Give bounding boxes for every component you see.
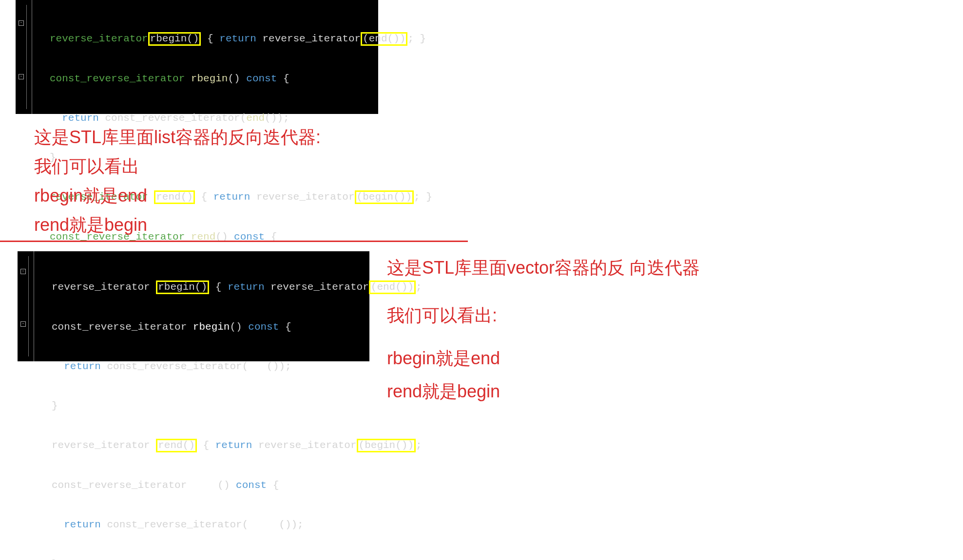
code-line: reverse_iterator rend() { return reverse… <box>37 439 422 452</box>
highlight-begin: (begin()) <box>355 190 414 204</box>
highlight-rbegin: rbegin() <box>148 32 201 46</box>
code-line: reverse_iterator rbegin() { return rever… <box>37 280 422 294</box>
annotation-line: 我们可以看出: <box>387 299 700 332</box>
annotation-line: 这是STL库里面vector容器的反 向迭代器 <box>387 251 700 284</box>
editor-gutter: - - <box>18 251 34 361</box>
editor-gutter: - - <box>16 0 32 114</box>
annotation-line <box>387 284 700 299</box>
code-line: return const_reverse_iterator(end()); <box>37 360 422 373</box>
code-line: reverse_iteratorrbegin() { return revers… <box>35 32 432 46</box>
code-line: return const_reverse_iterator(begin()); <box>37 518 422 531</box>
highlight-end: (end()) <box>361 32 407 46</box>
annotation-line: 我们可以看出 <box>34 152 321 181</box>
code-line: const_reverse_iterator rbegin() const { <box>35 72 432 85</box>
fold-minus-icon[interactable]: - <box>20 321 26 327</box>
annotation-line: rbegin就是end <box>387 342 700 375</box>
code-content: reverse_iterator rbegin() { return rever… <box>37 254 422 560</box>
section-divider <box>0 241 468 242</box>
annotation-line: rend就是begin <box>387 375 700 408</box>
code-line: const_reverse_iterator rbegin() const { <box>37 320 422 334</box>
annotation-line <box>387 332 700 342</box>
code-block-vector: - - reverse_iterator rbegin() { return r… <box>18 251 369 361</box>
annotation-line: rend就是begin <box>34 210 321 240</box>
code-block-list: - - reverse_iteratorrbegin() { return re… <box>16 0 378 114</box>
highlight-rend: rend() <box>156 439 197 452</box>
annotation-line: 这是STL库里面list容器的反向迭代器: <box>34 123 321 152</box>
annotation-line: rbegin就是end <box>34 181 321 210</box>
fold-minus-icon[interactable]: - <box>19 20 24 26</box>
highlight-rbegin: rbegin() <box>156 280 209 294</box>
highlight-begin: (begin()) <box>357 439 416 452</box>
fold-minus-icon[interactable]: - <box>20 269 26 274</box>
fold-minus-icon[interactable]: - <box>19 74 24 79</box>
annotation-vector: 这是STL库里面vector容器的反 向迭代器 我们可以看出: rbegin就是… <box>387 251 700 408</box>
code-line: } <box>37 399 422 412</box>
annotation-list: 这是STL库里面list容器的反向迭代器: 我们可以看出 rbegin就是end… <box>34 123 321 240</box>
code-line: const_reverse_iterator rend() const { <box>37 479 422 492</box>
code-line: } <box>37 558 422 560</box>
